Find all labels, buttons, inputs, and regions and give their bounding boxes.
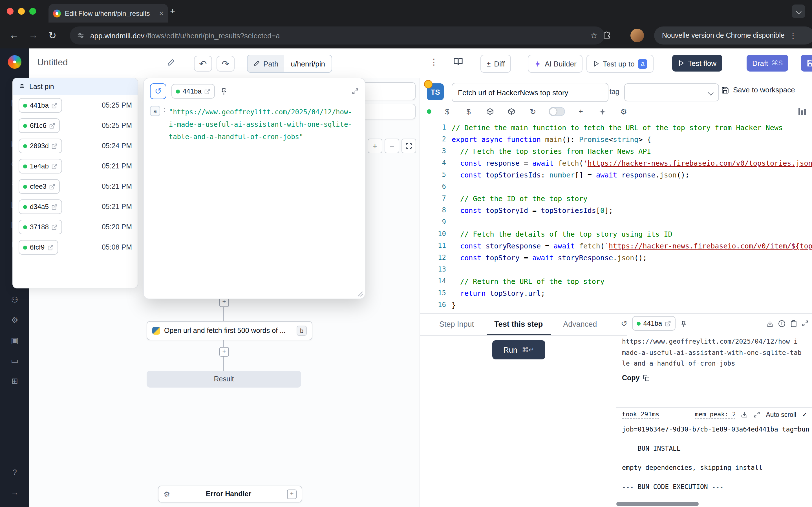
code-line[interactable]: const storyResponse = await fetch(`https…: [452, 240, 812, 252]
external-link-icon[interactable]: [52, 163, 58, 169]
forward-button[interactable]: →: [24, 30, 43, 41]
more-options-icon[interactable]: ⋮: [430, 57, 438, 67]
window-close-button[interactable]: [7, 8, 13, 15]
external-link-icon[interactable]: [665, 320, 671, 327]
code-line[interactable]: // Fetch the top stories from Hacker New…: [452, 145, 812, 157]
code-line[interactable]: return topStory.url;: [452, 287, 812, 299]
code-line[interactable]: const topStory = await storyResponse.jso…: [452, 252, 812, 264]
docs-book-icon[interactable]: [453, 57, 463, 66]
external-link-icon[interactable]: [52, 224, 58, 230]
undo-button[interactable]: ↶: [194, 56, 212, 71]
ai-builder-button[interactable]: AI Builder: [528, 55, 583, 73]
window-zoom-button[interactable]: [29, 8, 36, 15]
pin-icon[interactable]: [680, 320, 688, 327]
tab-step-input[interactable]: Step Input: [432, 314, 482, 335]
error-handler-add-button[interactable]: +: [287, 489, 297, 499]
flow-node-result[interactable]: Result: [147, 371, 301, 388]
resize-handle[interactable]: [357, 291, 363, 297]
draft-button[interactable]: Draft ⌘S: [747, 55, 788, 71]
log-horizontal-scrollbar[interactable]: [616, 502, 699, 506]
run-id-pill[interactable]: d34a5: [18, 200, 62, 214]
tab-advanced[interactable]: Advanced: [555, 314, 605, 335]
last-pin-row[interactable]: cfee305:21 PM: [13, 176, 138, 196]
back-button[interactable]: ←: [4, 30, 24, 41]
last-pin-row[interactable]: 3718805:20 PM: [13, 217, 138, 237]
pin-icon[interactable]: [220, 87, 228, 95]
ai-sparkle-icon[interactable]: [597, 106, 608, 117]
new-tab-button[interactable]: +: [167, 6, 178, 17]
code-line[interactable]: [452, 216, 812, 228]
sidebar-item-settings[interactable]: ⚙: [7, 313, 22, 327]
windmill-logo-icon[interactable]: [8, 55, 21, 69]
pinned-value[interactable]: "https://www.geoffreylitt.com/2025/04/12…: [169, 106, 353, 143]
code-line[interactable]: const topStoriesIds: number[] = await re…: [452, 169, 812, 181]
run-id-pill[interactable]: 6f1c6: [18, 118, 60, 133]
run-id-pill[interactable]: 2893d: [18, 138, 62, 153]
chrome-update-chip[interactable]: Nouvelle version de Chrome disponible ⋮: [654, 26, 812, 45]
code-editor[interactable]: // Define the main function to fetch the…: [452, 122, 812, 313]
code-line[interactable]: const response = await fetch('https://ha…: [452, 157, 812, 169]
address-bar[interactable]: app.windmill.dev/flows/edit/u/henri/pin_…: [70, 26, 605, 45]
code-line[interactable]: // Define the main function to fetch the…: [452, 122, 812, 133]
fit-view-button[interactable]: [402, 138, 416, 153]
flow-title[interactable]: Untitled: [37, 57, 68, 68]
redo-button[interactable]: ↷: [216, 56, 235, 71]
variables-icon[interactable]: $: [442, 106, 453, 117]
clipboard-icon[interactable]: [790, 320, 797, 327]
history-button[interactable]: ↺: [150, 83, 166, 99]
external-link-icon[interactable]: [47, 244, 54, 250]
zoom-out-button[interactable]: −: [385, 138, 399, 153]
code-line[interactable]: // Fetch the details of the top story us…: [452, 228, 812, 240]
deploy-button[interactable]: Deploy: [801, 55, 812, 71]
diff-mode-toggle[interactable]: [549, 107, 565, 116]
tab-search-chevron-button[interactable]: [792, 4, 805, 18]
code-line[interactable]: export async function main(): Promise<st…: [452, 133, 812, 145]
expand-icon[interactable]: [754, 411, 760, 418]
external-link-icon[interactable]: [52, 143, 58, 149]
window-minimize-button[interactable]: [18, 8, 25, 15]
reload-button[interactable]: ↻: [43, 30, 62, 41]
test-flow-button[interactable]: Test flow: [672, 55, 722, 71]
info-icon[interactable]: [778, 320, 785, 327]
last-pin-row[interactable]: 6fcf905:08 PM: [13, 237, 138, 258]
save-to-workspace-button[interactable]: Save to workspace: [721, 86, 795, 94]
code-line[interactable]: [452, 264, 812, 276]
site-settings-icon[interactable]: [77, 32, 85, 40]
browser-menu-icon[interactable]: ⋮: [789, 31, 797, 40]
sidebar-item-folders[interactable]: ▭: [7, 353, 22, 368]
result-value[interactable]: https://www.geoffreylitt.com/2025/04/12/…: [616, 333, 808, 369]
resources-dollar-icon[interactable]: $: [463, 106, 474, 117]
path-group[interactable]: Path u/henri/pin: [247, 55, 333, 73]
path-value[interactable]: u/henri/pin: [284, 59, 332, 68]
code-line[interactable]: [452, 181, 812, 193]
run-id-pill[interactable]: 6fcf9: [18, 240, 58, 255]
editor-settings-gear-icon[interactable]: ⚙: [618, 106, 629, 117]
expand-icon[interactable]: [352, 88, 359, 95]
tab-test-this-step[interactable]: Test this step: [486, 314, 551, 335]
external-link-icon[interactable]: [49, 122, 56, 129]
flow-node-error-handler[interactable]: ⚙ Error Handler +: [158, 486, 302, 503]
sidebar-item-workspace[interactable]: ▣: [7, 333, 22, 348]
library-panel-icon[interactable]: [799, 108, 806, 115]
zoom-in-button[interactable]: +: [368, 138, 382, 153]
bookmark-star-icon[interactable]: ☆: [590, 31, 598, 41]
run-id-pill[interactable]: 37188: [18, 220, 62, 234]
last-pin-row[interactable]: 6f1c605:25 PM: [13, 115, 138, 136]
add-step-button-2[interactable]: +: [219, 347, 229, 356]
history-icon[interactable]: ↺: [621, 319, 627, 328]
external-link-icon[interactable]: [204, 88, 211, 94]
run-id-pill[interactable]: 1e4ab: [18, 159, 62, 173]
tab-close-icon[interactable]: ×: [159, 9, 163, 17]
flow-node-b[interactable]: Open url and fetch first 500 words of ..…: [147, 321, 312, 340]
diff-button[interactable]: ± Diff: [480, 55, 511, 73]
sidebar-item-help[interactable]: ?: [7, 465, 22, 480]
run-id-pill[interactable]: 441ba: [171, 84, 215, 99]
last-pin-row[interactable]: 2893d05:24 PM: [13, 136, 138, 156]
package-icon[interactable]: [485, 106, 496, 117]
external-link-icon[interactable]: [52, 102, 58, 108]
code-line[interactable]: // Get the ID of the top story: [452, 193, 812, 205]
copy-button[interactable]: Copy: [616, 369, 812, 386]
sidebar-item-user[interactable]: ⚇: [7, 292, 22, 307]
last-pin-row[interactable]: 1e4ab05:21 PM: [13, 156, 138, 176]
diff-icon[interactable]: ±: [575, 106, 587, 117]
